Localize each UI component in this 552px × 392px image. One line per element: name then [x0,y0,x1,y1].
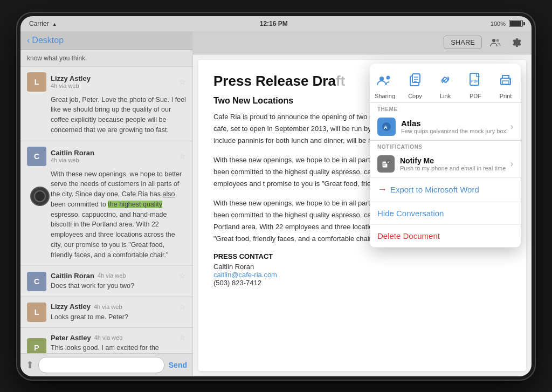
theme-text: Atlas Few quips galvanized the mock jury… [401,119,510,134]
sender-name: Caitlin Roran [51,272,94,280]
svg-point-17 [386,160,390,164]
list-item[interactable]: C Caitlin Roran 4h via web ☆ With these … [20,141,192,266]
svg-rect-12 [502,81,509,84]
pdf-label: PDF [470,93,481,99]
message-single-content: Peter Astley 4h via web ☆ This looks goo… [51,333,186,353]
sharing-icon [374,69,396,91]
message-body: With these new openings, we hope to bett… [51,169,186,260]
message-single-content: Lizzy Astley 4h via web ☆ Looks great to… [51,302,186,322]
sender-name: Lizzy Astley [51,74,179,82]
message-time: 4h via web [51,82,179,89]
document-area: SHARE Press Release Draft Two New Locati… [193,31,532,376]
print-label: Print [500,93,512,99]
theme-name: Atlas [401,119,510,128]
message-time: 4h via web [94,334,123,341]
message-single-content: Caitlin Roran 4h via web ☆ Does that wor… [51,271,186,291]
doc-toolbar: SHARE [193,31,532,54]
notify-icon [377,155,395,173]
list-item[interactable]: P Peter Astley 4h via web ☆ This looks g… [20,328,192,353]
message-input[interactable] [38,357,164,373]
star-icon[interactable]: ☆ [179,333,186,342]
contact-email[interactable]: caitlin@cafe-ria.com [213,271,511,279]
list-item[interactable]: C Caitlin Roran 4h via web ☆ Does that w… [20,266,192,297]
status-bar: Carrier 12:16 PM 100% [20,16,532,31]
upload-icon[interactable]: ⬆ [26,359,34,371]
star-icon[interactable]: ☆ [179,302,186,311]
popover-sharing-item[interactable]: Sharing [371,69,399,99]
message-meta: Caitlin Roran 4h via web [51,149,179,163]
list-item[interactable]: L Lizzy Astley 4h via web ☆ Looks great … [20,297,192,328]
print-icon [495,69,516,91]
message-header: C Caitlin Roran 4h via web ☆ [27,147,186,166]
export-label: Export to Microsoft Word [390,185,479,194]
status-time: 12:16 PM [260,20,288,27]
people-icon[interactable] [487,35,503,51]
home-button-inner [34,190,46,202]
delete-action[interactable]: Delete Document [370,225,521,247]
avatar: L [27,72,46,92]
star-icon[interactable]: ☆ [179,78,186,86]
notify-item[interactable]: Notify Me Push to my phone and email in … [370,151,521,177]
back-arrow-icon: ‹ [27,36,30,45]
popover-print-item[interactable]: Print [492,69,520,99]
gear-icon[interactable] [509,35,525,51]
avatar: C [27,272,46,291]
svg-point-13 [509,79,510,80]
hide-label: Hide Conversation [377,209,444,218]
sender-name: Caitlin Roran [51,149,179,157]
message-meta: Lizzy Astley 4h via web [51,74,179,89]
text-highlighted: the highest quality [108,201,162,208]
chevron-right-icon: › [510,122,513,132]
sidebar-header: ‹ Desktop [20,31,192,50]
message-time: 4h via web [94,304,122,310]
svg-text:A: A [384,125,388,130]
popover-copy-item[interactable]: Copy [401,69,429,99]
sidebar-back-label[interactable]: Desktop [32,36,64,45]
star-icon[interactable]: ☆ [179,152,186,161]
export-action[interactable]: → Export to Microsoft Word [370,177,521,202]
message-body: Looks great to me. Peter? [51,313,186,322]
svg-point-0 [492,39,495,42]
status-right: 100% [491,20,523,27]
arrow-right-icon: → [377,184,387,195]
svg-text:PDF: PDF [471,79,479,83]
delete-label: Delete Document [377,231,440,240]
message-time: 4h via web [98,272,126,279]
sender-name: Peter Astley [51,334,91,342]
theme-item[interactable]: A Atlas Few quips galvanized the mock ju… [370,113,521,141]
svg-point-2 [380,77,384,81]
home-button[interactable] [30,187,50,206]
wifi-icon [52,20,57,27]
star-icon[interactable]: ☆ [179,271,186,280]
contact-phone: (503) 823-7412 [213,279,511,287]
send-button[interactable]: Send [169,361,187,369]
tablet-frame: Carrier 12:16 PM 100% ‹ Desktop know wha… [17,13,535,380]
theme-icon: A [377,118,396,136]
popover-link-item[interactable]: Link [431,69,459,99]
share-button[interactable]: SHARE [444,36,482,49]
pdf-icon: PDF [465,69,486,91]
notify-desc: Push to my phone and email in real time [400,165,510,171]
message-header: Peter Astley 4h via web ☆ [51,333,186,342]
svg-point-3 [387,75,390,79]
hide-action[interactable]: Hide Conversation [370,202,521,225]
list-item[interactable]: L Lizzy Astley 4h via web ☆ Great job, P… [20,67,192,141]
contact-name: Caitlin Roran [213,263,511,271]
notify-text: Notify Me Push to my phone and email in … [400,156,510,171]
popover-icons-row: Sharing Copy Link [370,64,521,103]
avatar: C [27,147,46,166]
link-label: Link [440,93,451,99]
notify-name: Notify Me [400,156,510,165]
message-header: L Lizzy Astley 4h via web ☆ [27,72,186,92]
carrier-label: Carrier [29,20,49,27]
battery-icon [509,20,523,27]
sidebar: ‹ Desktop know what you think. L Lizzy A… [20,31,193,376]
sidebar-input-bar: ⬆ Send [20,353,192,376]
copy-icon [404,69,426,91]
avatar: P [27,338,46,353]
popover-pdf-item[interactable]: PDF PDF [461,69,489,99]
message-header: Caitlin Roran 4h via web ☆ [51,271,186,280]
message-time: 4h via web [51,157,179,163]
copy-label: Copy [408,93,422,99]
press-contact-label: PRESS CONTACT [213,252,511,260]
